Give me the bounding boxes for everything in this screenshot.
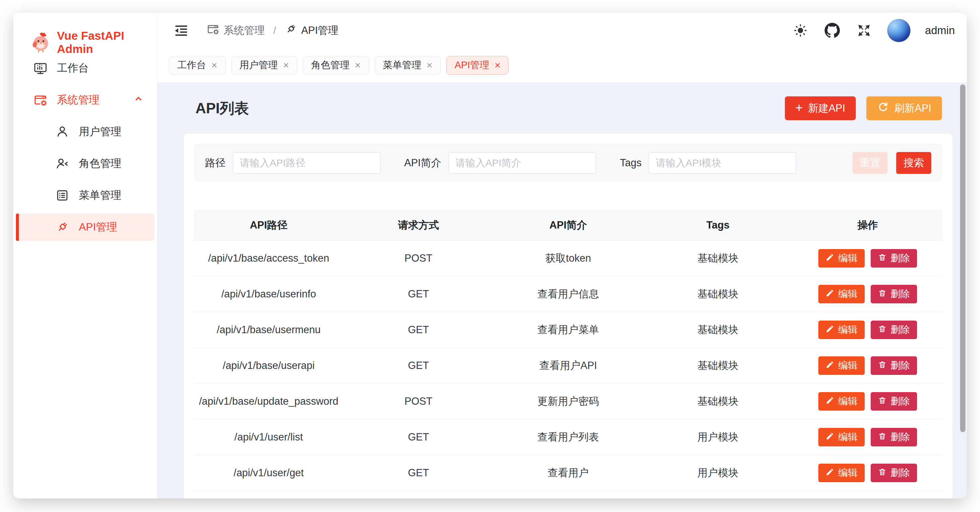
edit-label: 编辑 bbox=[838, 395, 858, 408]
cell-actions: 编辑 删除 bbox=[793, 312, 943, 348]
path-filter-label: 路径 bbox=[205, 156, 226, 170]
create-api-button[interactable]: + 新建API bbox=[785, 96, 856, 120]
table-row: /api/v1/base/userapi GET 查看用户API 基础模块 编辑 bbox=[194, 348, 943, 383]
delete-button[interactable]: 删除 bbox=[871, 249, 917, 267]
tab-api[interactable]: API管理 × bbox=[446, 56, 509, 75]
github-icon[interactable] bbox=[824, 22, 841, 39]
breadcrumb-system[interactable]: 系统管理 bbox=[207, 22, 265, 38]
breadcrumb-label: API管理 bbox=[301, 24, 338, 37]
tab-close-icon[interactable]: × bbox=[283, 60, 289, 70]
cell-method: GET bbox=[344, 419, 493, 455]
username[interactable]: admin bbox=[925, 24, 955, 37]
sidebar-menu: 工作台 系统管理 bbox=[13, 55, 157, 241]
create-api-label: 新建API bbox=[808, 101, 845, 115]
app-logo[interactable]: Vue FastAPI Admin bbox=[13, 13, 157, 55]
trash-icon bbox=[878, 467, 886, 479]
main-area: 系统管理 / API管理 bbox=[158, 13, 967, 498]
user-avatar[interactable] bbox=[887, 19, 910, 42]
tab-close-icon[interactable]: × bbox=[212, 60, 217, 70]
page-actions: + 新建API 刷新API bbox=[785, 96, 942, 120]
delete-button[interactable]: 删除 bbox=[871, 392, 917, 411]
edit-button[interactable]: 编辑 bbox=[818, 321, 865, 339]
system-settings-icon bbox=[207, 22, 220, 38]
tab-roles[interactable]: 角色管理 × bbox=[303, 56, 369, 75]
edit-label: 编辑 bbox=[838, 288, 858, 301]
delete-button[interactable]: 删除 bbox=[871, 321, 917, 339]
table-row: /api/v1/base/userinfo GET 查看用户信息 基础模块 编辑 bbox=[194, 276, 943, 312]
sidebar-item-roles[interactable]: 角色管理 bbox=[16, 150, 154, 177]
edit-label: 编辑 bbox=[838, 323, 858, 337]
delete-button[interactable]: 删除 bbox=[871, 285, 917, 304]
breadcrumb-label: 系统管理 bbox=[224, 24, 265, 37]
reset-button[interactable]: 重置 bbox=[853, 152, 888, 174]
column-header-method: 请求方式 bbox=[344, 210, 493, 240]
delete-label: 删除 bbox=[891, 466, 910, 480]
vertical-scrollbar-thumb[interactable] bbox=[960, 84, 966, 432]
delete-button[interactable]: 删除 bbox=[871, 356, 917, 375]
tab-menus[interactable]: 菜单管理 × bbox=[375, 56, 441, 75]
sidebar-collapse-icon[interactable] bbox=[173, 22, 189, 38]
tab-label: 菜单管理 bbox=[383, 59, 422, 72]
sidebar-item-workbench[interactable]: 工作台 bbox=[16, 55, 154, 82]
trash-icon bbox=[878, 360, 886, 371]
pencil-icon bbox=[826, 253, 834, 264]
sidebar-item-system[interactable]: 系统管理 bbox=[16, 86, 154, 114]
fullscreen-icon[interactable] bbox=[856, 22, 873, 39]
cell-actions: 编辑 删除 bbox=[793, 240, 943, 276]
edit-button[interactable]: 编辑 bbox=[818, 249, 865, 267]
page-title: API列表 bbox=[196, 99, 249, 118]
edit-button[interactable]: 编辑 bbox=[818, 464, 865, 482]
path-filter-input[interactable] bbox=[233, 152, 380, 173]
cell-tags: 基础模块 bbox=[643, 240, 793, 276]
delete-label: 删除 bbox=[891, 395, 910, 408]
delete-label: 删除 bbox=[891, 252, 910, 265]
tags-filter-label: Tags bbox=[620, 157, 641, 169]
tab-workbench[interactable]: 工作台 × bbox=[169, 56, 226, 75]
pencil-icon bbox=[826, 360, 834, 371]
tags-filter-input[interactable] bbox=[649, 152, 796, 173]
delete-button[interactable]: 删除 bbox=[871, 428, 917, 447]
cell-brief: 查看用户信息 bbox=[493, 276, 643, 312]
sidebar-item-api[interactable]: API管理 bbox=[16, 214, 154, 241]
delete-button[interactable]: 删除 bbox=[871, 464, 917, 482]
cell-method: GET bbox=[344, 348, 493, 383]
table-row: /api/v1/user/list GET 查看用户列表 用户模块 编辑 bbox=[194, 419, 943, 455]
column-header-path: API路径 bbox=[194, 210, 344, 240]
tab-label: 角色管理 bbox=[311, 59, 350, 72]
cell-brief: 查看用户API bbox=[493, 348, 643, 383]
refresh-api-button[interactable]: 刷新API bbox=[866, 96, 942, 120]
cell-api-path: /api/v1/base/userapi bbox=[194, 348, 344, 383]
cell-actions: 编辑 删除 bbox=[793, 383, 943, 419]
sidebar-item-menus[interactable]: 菜单管理 bbox=[16, 182, 154, 209]
table-header-row: API路径 请求方式 API简介 Tags 操作 bbox=[194, 210, 943, 240]
trash-icon bbox=[878, 324, 886, 336]
api-plug-icon bbox=[285, 23, 297, 38]
pencil-icon bbox=[826, 396, 834, 407]
tab-close-icon[interactable]: × bbox=[355, 60, 361, 70]
theme-toggle-sun-icon[interactable] bbox=[792, 22, 809, 39]
cell-tags: 用户模块 bbox=[643, 419, 793, 455]
pencil-icon bbox=[826, 467, 834, 479]
cell-api-path: /api/v1/base/usermenu bbox=[194, 312, 344, 348]
brief-filter-input[interactable] bbox=[449, 152, 596, 173]
tab-close-icon[interactable]: × bbox=[427, 60, 433, 70]
api-plug-icon bbox=[55, 220, 70, 234]
table-row: /api/v1/base/update_password POST 更新用户密码… bbox=[194, 383, 943, 419]
header-actions: admin bbox=[792, 19, 955, 42]
search-button[interactable]: 搜索 bbox=[896, 152, 931, 174]
edit-button[interactable]: 编辑 bbox=[818, 428, 865, 447]
cell-tags: 用户模块 bbox=[643, 455, 793, 491]
chevron-up-icon bbox=[134, 94, 143, 106]
edit-button[interactable]: 编辑 bbox=[818, 392, 865, 411]
tab-close-icon[interactable]: × bbox=[495, 60, 501, 70]
trash-icon bbox=[878, 289, 886, 300]
breadcrumb-api[interactable]: API管理 bbox=[285, 23, 338, 38]
tab-users[interactable]: 用户管理 × bbox=[231, 56, 298, 75]
edit-button[interactable]: 编辑 bbox=[818, 356, 865, 375]
tab-label: 用户管理 bbox=[240, 59, 278, 72]
sidebar-item-users[interactable]: 用户管理 bbox=[16, 118, 154, 145]
edit-button[interactable]: 编辑 bbox=[818, 285, 865, 304]
workbench-icon bbox=[33, 61, 48, 76]
api-table-body: /api/v1/base/access_token POST 获取token 基… bbox=[194, 240, 943, 491]
cell-brief: 查看用户 bbox=[493, 455, 643, 491]
